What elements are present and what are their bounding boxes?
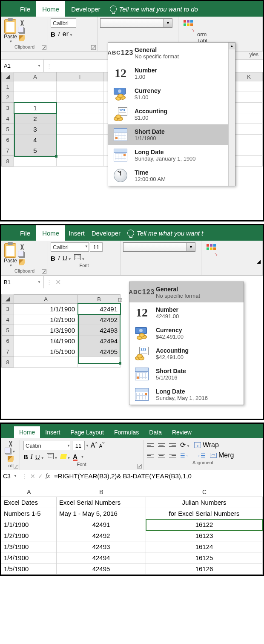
format-painter-icon[interactable] [19,35,25,41]
name-box[interactable]: C3▼ [1,470,19,482]
cell[interactable]: 42493 [78,325,121,336]
cell[interactable] [57,92,103,103]
cell[interactable]: 1/2/1900 [1,530,57,541]
tab-home[interactable]: Home [36,225,65,241]
format-option[interactable]: ABC123GeneralNo specific format [129,282,244,302]
cut-icon[interactable] [19,20,26,26]
row-header[interactable]: 3 [1,103,14,113]
wrap-text-button[interactable]: Wrap [194,441,219,449]
font-color-button[interactable]: A [73,453,77,461]
font-size-input[interactable] [72,441,85,450]
font-name-input[interactable] [51,18,76,28]
align-right-icon[interactable] [169,453,176,458]
cell[interactable]: 42492 [78,314,121,325]
tab-file[interactable]: File [14,225,36,241]
row-header[interactable]: 3 [1,304,14,314]
merge-button[interactable]: Merg [210,451,234,459]
clipboard-launcher[interactable]: ⤢ [42,269,46,274]
cancel-icon[interactable]: ✕ [30,473,35,480]
row-header[interactable]: 7 [1,346,14,357]
tab-home[interactable]: Home [14,426,40,438]
fill-handle[interactable] [55,155,57,158]
name-box[interactable]: B1 ▼ [1,276,44,288]
scroll-up[interactable]: ▲ [229,43,235,49]
cell[interactable] [57,103,103,113]
col-header-a[interactable]: A [14,294,78,304]
format-option[interactable]: Long DateSunday, May 1, 2016 [129,384,244,405]
cancel-icon[interactable]: ✕ [55,278,61,286]
col-header-b[interactable]: B [57,487,146,497]
italic-button[interactable]: I [31,453,33,460]
cell[interactable]: 16122 [146,519,263,530]
cell[interactable]: 42491 [78,304,121,314]
format-option[interactable]: Time12:00:00 AM [108,165,235,186]
format-option[interactable]: Short Date1/1/1900 [108,124,235,145]
row-header[interactable]: 4 [1,113,14,124]
format-option[interactable]: ABC123GeneralNo specific format [108,43,235,63]
fill-handle[interactable] [119,362,121,365]
cell[interactable] [235,124,263,135]
cell[interactable]: 42493 [57,541,146,552]
row-header[interactable]: 6 [1,135,14,145]
tab-developer[interactable]: Developer [65,1,106,17]
font-name-input[interactable] [23,441,70,450]
col-header-a[interactable]: A [1,487,57,497]
col-header-b[interactable]: B [78,294,121,304]
row-header[interactable]: 2 [1,92,14,103]
number-format-dropdown[interactable]: ▼ [100,18,172,28]
select-all[interactable]: ◢ [1,294,14,304]
cell[interactable] [14,92,57,103]
format-option[interactable]: Currency$1.00 [108,83,235,104]
font-name-input[interactable] [51,242,89,252]
font-launcher[interactable]: ⤢ [91,45,96,50]
cell[interactable]: 1/4/1900 [14,336,78,346]
row-header[interactable]: 5 [1,325,14,336]
tab-home[interactable]: Home [36,1,65,17]
cell[interactable] [235,81,263,92]
cell[interactable] [14,156,57,167]
chevron-down-icon[interactable]: ▼ [37,64,41,68]
cell[interactable]: 5 [14,145,57,156]
underline-button[interactable]: U▼ [35,453,44,461]
cut-icon[interactable] [19,244,26,250]
tell-me[interactable]: Tell me what you want to do [110,6,198,13]
format-option[interactable]: Accounting $42,491.00 [129,343,244,364]
chevron-down-icon[interactable]: ▼ [37,280,41,284]
italic-button[interactable]: I [58,255,60,262]
align-center-icon[interactable] [158,453,165,458]
cell[interactable]: 42494 [78,336,121,346]
conditional-formatting-icon[interactable]: ↘ [183,19,193,29]
cell[interactable] [57,156,103,167]
cell[interactable]: 3 [14,124,57,135]
cell[interactable]: 1/2/1900 [14,314,78,325]
col-header-i[interactable]: I [57,72,103,81]
cell[interactable]: 42495 [78,346,121,357]
cell[interactable] [57,135,103,145]
fx-icon[interactable]: fx [46,473,50,480]
tab-data[interactable]: Data [144,426,167,438]
spreadsheet-grid[interactable]: A B C Excel Dates Excel Serial Numbers J… [1,482,263,575]
copy-icon[interactable] [19,28,25,34]
align-left-icon[interactable] [147,453,154,458]
cell[interactable]: 1/3/1900 [1,541,57,552]
scrollbar[interactable]: ▲ [228,43,235,186]
tab-developer[interactable]: Developer [88,225,124,241]
number-format-dropdown[interactable]: ▼ [123,242,195,252]
chevron-down-icon[interactable]: ▼ [5,40,17,43]
cell[interactable] [235,113,263,124]
chevron-down-icon[interactable]: ▼ [5,264,17,267]
cell[interactable]: 42491 [57,519,146,530]
format-option[interactable]: 12Number42491.00 [129,302,244,323]
cell[interactable] [78,357,121,368]
copy-icon[interactable] [19,252,25,258]
col-header-a[interactable]: A [14,72,57,81]
paste-button[interactable]: Paste ▼ [4,242,17,267]
enter-icon[interactable]: ✓ [38,473,43,480]
cell[interactable]: 1/1/1900 [14,304,78,314]
cut-icon[interactable] [7,441,14,447]
border-button[interactable]: ▼ [74,254,85,262]
cell[interactable] [57,81,103,92]
row-header[interactable]: 8 [1,357,14,368]
font-launcher[interactable]: ⤢ [137,464,142,469]
cell[interactable]: 16124 [146,541,263,552]
